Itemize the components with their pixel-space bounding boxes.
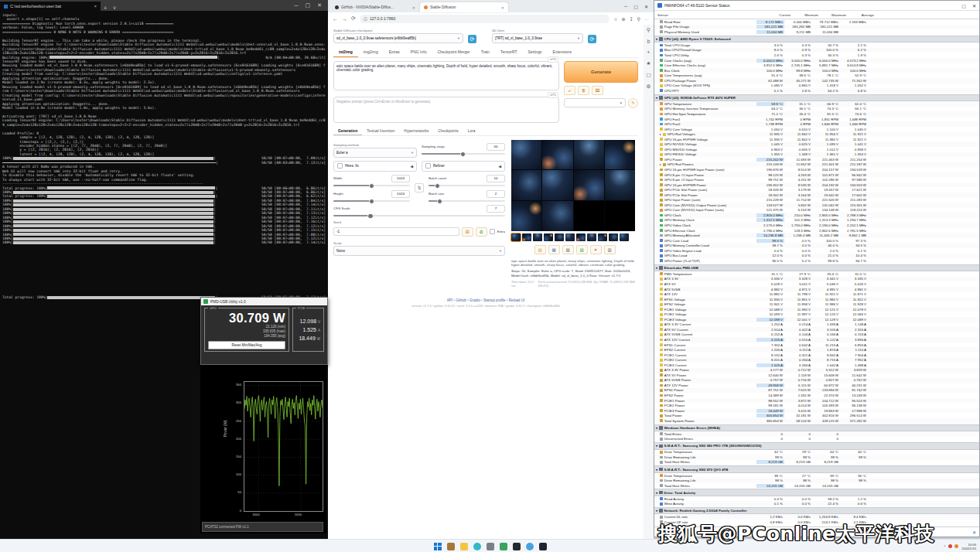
- tab-dropdown-icon[interactable]: ˅: [110, 5, 119, 11]
- result-image[interactable]: [511, 140, 541, 170]
- reuse-seed-button[interactable]: ♻: [476, 227, 487, 237]
- hires-fix-toggle[interactable]: Hires. fix◀: [333, 161, 417, 172]
- hwinfo-section[interactable]: ▾GPU [#0]: NVIDIA GeForce RTX 4070 SUPER: [654, 94, 979, 102]
- tab-txt2img[interactable]: txt2img: [333, 48, 358, 57]
- footer-link-startup-profile[interactable]: Startup profile: [483, 298, 506, 302]
- styles-select[interactable]: ▼: [564, 98, 626, 107]
- hwinfo-row[interactable]: CPU PPT5.1 %2.8 %64.2 %6.8 %: [654, 88, 979, 94]
- subtab-checkpoints[interactable]: Checkpoints: [433, 128, 463, 135]
- hwinfo-minimize-icon[interactable]: ▢: [961, 3, 966, 9]
- tray-chevron-icon[interactable]: ^: [944, 544, 945, 548]
- subtab-lora[interactable]: Lora: [463, 128, 480, 135]
- url-bar[interactable]: ⓘ 127.0.0.1:7860: [360, 15, 610, 23]
- prompt-input[interactable]: 0/75 epic space battle over an alien pla…: [333, 61, 559, 90]
- hwinfo-row[interactable]: Total System Power385.853 W58.124 W428.1…: [654, 418, 979, 424]
- hwinfo-column-sensor[interactable]: Sensor: [654, 13, 764, 17]
- add-icon[interactable]: +: [647, 49, 650, 55]
- hwinfo-column-minimum[interactable]: Minimum: [792, 13, 820, 17]
- edge-icon[interactable]: [473, 543, 481, 550]
- navbar-action-icon[interactable]: ↧: [630, 16, 633, 22]
- clear-prompt-button[interactable]: 🗑: [578, 86, 589, 95]
- hwinfo-section[interactable]: ▾Drive: Total Activity: [654, 489, 979, 496]
- terminal-minimize-icon[interactable]: ─: [295, 3, 299, 9]
- hwinfo-section[interactable]: ▾Windows Hardware Errors (WHEA): [654, 424, 979, 432]
- reset-minmax-button[interactable]: Reset Min/Max/Avg: [208, 341, 285, 349]
- width-input[interactable]: 1024: [391, 175, 410, 182]
- batch-count-input[interactable]: 10: [487, 175, 505, 182]
- hwinfo-column-average[interactable]: Average: [848, 13, 876, 17]
- terminal-icon[interactable]: [539, 543, 547, 550]
- hwinfo-row[interactable]: Total Host Writes24,155 GB24,155 GB24,15…: [654, 483, 979, 489]
- send-to-inpaint-button[interactable]: ✦: [590, 245, 602, 254]
- browser-minimize-icon[interactable]: ─: [624, 4, 627, 9]
- tab-extensions[interactable]: Extensions: [548, 48, 577, 57]
- result-image[interactable]: [605, 140, 635, 170]
- hwinfo-section[interactable]: ▾CPU [#0]: AMD Ryzen 9 7950X: Enhanced: [654, 36, 979, 43]
- browser-tab[interactable]: GitHub - NVIDIA/Stable-Diffus...✕: [331, 2, 419, 12]
- new-tab-icon[interactable]: +: [101, 5, 110, 11]
- gallery-thumbnail[interactable]: [609, 233, 618, 241]
- sampling-method-select[interactable]: Euler a▼: [333, 148, 417, 158]
- tab-checkpoint-merger[interactable]: Checkpoint Merger: [432, 48, 475, 57]
- edit-styles-button[interactable]: ✎: [628, 98, 638, 108]
- result-image[interactable]: [605, 201, 635, 231]
- batch-count-slider[interactable]: [429, 185, 505, 186]
- hires-expand-icon[interactable]: ◀: [410, 164, 413, 169]
- open-folder-button[interactable]: ▤: [534, 245, 546, 254]
- hwinfo-row[interactable]: Physical Memory Used11,034 MB9,211 MB11,…: [654, 29, 979, 35]
- height-slider[interactable]: [333, 200, 410, 202]
- taskbar-clock[interactable]: 10:05 2024/1/15: [961, 543, 976, 550]
- gallery-thumbnail[interactable]: [565, 233, 575, 241]
- terminal-close-icon[interactable]: ✕: [317, 2, 322, 9]
- cfg-scale-input[interactable]: 7: [487, 205, 505, 213]
- collections-icon[interactable]: ▢: [646, 72, 650, 78]
- footer-link-reload-ui[interactable]: Reload UI: [509, 298, 524, 302]
- batch-size-input[interactable]: 2: [487, 190, 505, 198]
- cfg-scale-slider[interactable]: [333, 215, 505, 216]
- hwinfo-section[interactable]: ▾S.M.A.R.T.: Samsung SSD 870 QVO 4TB: [654, 465, 979, 473]
- browser-maximize-icon[interactable]: ▢: [633, 4, 638, 9]
- extra-seed-checkbox[interactable]: [490, 229, 495, 234]
- terminal-body[interactable]: inputs: assert x.shape[1] == self.channe…: [0, 11, 328, 300]
- hwinfo-column-maximum[interactable]: Maximum: [820, 13, 848, 17]
- subtab-generation[interactable]: Generation: [333, 128, 362, 135]
- hwinfo-row[interactable]: Write Activity0.1 %0.0 %22.4 %0.6 %: [654, 501, 979, 506]
- footer-link-gradio[interactable]: Gradio: [470, 298, 480, 302]
- gallery-thumbnail[interactable]: [533, 233, 542, 241]
- hwinfo-close-icon[interactable]: ✕: [972, 3, 976, 9]
- hwinfo-section[interactable]: ▾ElmorLabs PMD-USB: [654, 264, 979, 272]
- hwinfo-icon[interactable]: [487, 543, 494, 550]
- start-button[interactable]: [434, 543, 442, 550]
- file-explorer-icon[interactable]: [460, 543, 468, 550]
- gallery-thumbnail[interactable]: [544, 233, 553, 241]
- settings-icon[interactable]: ⚙: [647, 83, 651, 90]
- result-image[interactable]: [511, 201, 541, 231]
- script-select[interactable]: None▼: [333, 246, 505, 256]
- browser-close-icon[interactable]: ✕: [644, 4, 648, 9]
- navbar-action-icon[interactable]: …: [644, 16, 649, 22]
- hwinfo-section[interactable]: ▾S.M.A.R.T.: Samsung SSD 980 PRO 1TB (S5…: [654, 442, 979, 450]
- batch-size-slider[interactable]: [429, 200, 505, 202]
- tab-settings[interactable]: Settings: [523, 48, 548, 57]
- copilot-icon[interactable]: b: [647, 39, 650, 44]
- extra-networks-button[interactable]: 🖼: [592, 86, 603, 95]
- navbar-action-icon[interactable]: ☆: [613, 16, 617, 22]
- tab-tensorrt[interactable]: TensorRT: [495, 48, 523, 57]
- hwinfo-row[interactable]: Uncorrected Errors000: [654, 437, 979, 442]
- refresh-icon[interactable]: ⟳: [351, 15, 356, 22]
- gallery-thumbnail[interactable]: [555, 233, 564, 241]
- generate-button[interactable]: Generate: [564, 61, 638, 83]
- save-zip-button[interactable]: ▧: [562, 245, 574, 254]
- gallery-thumbnail[interactable]: [587, 233, 596, 241]
- footer-link-github[interactable]: Github: [456, 298, 466, 302]
- refiner-expand-icon[interactable]: ◀: [498, 164, 501, 169]
- sd-unet-select[interactable]: [TRT] sd_xl_base_1.0_0.9vae▼: [492, 33, 583, 43]
- github-desktop-icon[interactable]: [513, 543, 521, 550]
- height-input[interactable]: 1024: [391, 190, 410, 198]
- save-image-button[interactable]: ▦: [548, 245, 560, 254]
- result-image-grid[interactable]: [511, 140, 635, 231]
- negative-prompt-input[interactable]: 0/75 Negative prompt (press Ctrl+Enter o…: [333, 97, 559, 123]
- gallery-thumbnail[interactable]: [620, 233, 629, 241]
- width-slider[interactable]: [333, 185, 410, 186]
- hwinfo-section[interactable]: ▾Network: Realtek Gaming 2.5GbE Family C…: [654, 507, 979, 515]
